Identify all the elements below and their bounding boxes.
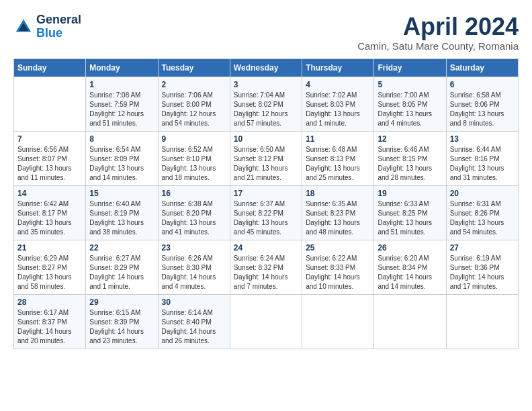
day-number: 26 — [378, 243, 442, 253]
logo-blue: Blue — [36, 27, 81, 40]
day-number: 30 — [162, 298, 226, 307]
calendar-cell: 6 Sunrise: 6:58 AMSunset: 8:06 PMDayligh… — [446, 77, 518, 131]
day-number: 3 — [234, 80, 298, 89]
day-info: Sunrise: 7:02 AMSunset: 8:03 PMDaylight:… — [306, 91, 360, 127]
day-number: 21 — [17, 243, 82, 253]
calendar-cell: 29 Sunrise: 6:15 AMSunset: 8:39 PMDaylig… — [86, 294, 158, 349]
day-number: 15 — [89, 189, 154, 198]
weekday-header-saturday: Saturday — [446, 58, 518, 77]
calendar-cell: 9 Sunrise: 6:52 AMSunset: 8:10 PMDayligh… — [158, 131, 230, 185]
weekday-header-row: SundayMondayTuesdayWednesdayThursdayFrid… — [14, 58, 519, 77]
day-info: Sunrise: 6:19 AMSunset: 8:36 PMDaylight:… — [450, 255, 504, 290]
calendar-cell: 20 Sunrise: 6:31 AMSunset: 8:26 PMDaylig… — [446, 185, 518, 240]
day-number: 2 — [162, 80, 226, 89]
day-number: 1 — [89, 80, 154, 89]
calendar-cell — [446, 294, 518, 349]
calendar-cell: 3 Sunrise: 7:04 AMSunset: 8:02 PMDayligh… — [230, 77, 302, 131]
day-info: Sunrise: 6:27 AMSunset: 8:29 PMDaylight:… — [89, 255, 144, 290]
day-number: 19 — [378, 189, 442, 198]
calendar-week-row: 14 Sunrise: 6:42 AMSunset: 8:17 PMDaylig… — [14, 185, 519, 240]
location-title: Camin, Satu Mare County, Romania — [357, 40, 519, 52]
calendar-cell: 27 Sunrise: 6:19 AMSunset: 8:36 PMDaylig… — [446, 240, 518, 294]
title-area: April 2024 Camin, Satu Mare County, Roma… — [357, 13, 519, 52]
day-info: Sunrise: 7:06 AMSunset: 8:00 PMDaylight:… — [162, 91, 216, 127]
day-number: 18 — [306, 189, 370, 198]
calendar-cell — [374, 294, 446, 349]
logo-general: General — [36, 13, 81, 27]
day-number: 10 — [234, 134, 298, 144]
calendar-cell: 30 Sunrise: 6:14 AMSunset: 8:40 PMDaylig… — [158, 294, 230, 349]
day-number: 24 — [234, 243, 298, 253]
weekday-header-tuesday: Tuesday — [158, 58, 230, 77]
calendar-cell: 7 Sunrise: 6:56 AMSunset: 8:07 PMDayligh… — [14, 131, 86, 185]
calendar-cell: 2 Sunrise: 7:06 AMSunset: 8:00 PMDayligh… — [158, 77, 230, 131]
calendar-cell: 11 Sunrise: 6:48 AMSunset: 8:13 PMDaylig… — [302, 131, 374, 185]
month-title: April 2024 — [357, 13, 519, 40]
day-info: Sunrise: 7:00 AMSunset: 8:05 PMDaylight:… — [378, 91, 432, 127]
calendar-cell: 10 Sunrise: 6:50 AMSunset: 8:12 PMDaylig… — [230, 131, 302, 185]
day-info: Sunrise: 6:14 AMSunset: 8:40 PMDaylight:… — [162, 309, 216, 345]
day-info: Sunrise: 6:33 AMSunset: 8:25 PMDaylight:… — [378, 200, 432, 236]
day-info: Sunrise: 6:20 AMSunset: 8:34 PMDaylight:… — [378, 255, 432, 290]
day-info: Sunrise: 6:29 AMSunset: 8:27 PMDaylight:… — [17, 255, 72, 290]
calendar-cell: 25 Sunrise: 6:22 AMSunset: 8:33 PMDaylig… — [302, 240, 374, 294]
calendar-table: SundayMondayTuesdayWednesdayThursdayFrid… — [13, 58, 519, 349]
day-info: Sunrise: 7:08 AMSunset: 7:59 PMDaylight:… — [89, 91, 144, 127]
calendar-week-row: 7 Sunrise: 6:56 AMSunset: 8:07 PMDayligh… — [14, 131, 519, 185]
weekday-header-thursday: Thursday — [302, 58, 374, 77]
day-number: 13 — [450, 134, 515, 144]
calendar-cell: 22 Sunrise: 6:27 AMSunset: 8:29 PMDaylig… — [86, 240, 158, 294]
day-info: Sunrise: 6:58 AMSunset: 8:06 PMDaylight:… — [450, 91, 504, 127]
calendar-cell: 21 Sunrise: 6:29 AMSunset: 8:27 PMDaylig… — [14, 240, 86, 294]
calendar-cell — [302, 294, 374, 349]
day-info: Sunrise: 6:37 AMSunset: 8:22 PMDaylight:… — [234, 200, 288, 236]
day-number: 23 — [162, 243, 226, 253]
day-number: 29 — [89, 298, 154, 307]
calendar-cell: 16 Sunrise: 6:38 AMSunset: 8:20 PMDaylig… — [158, 185, 230, 240]
calendar-cell: 13 Sunrise: 6:44 AMSunset: 8:16 PMDaylig… — [446, 131, 518, 185]
day-info: Sunrise: 6:22 AMSunset: 8:33 PMDaylight:… — [306, 255, 360, 290]
calendar-cell: 28 Sunrise: 6:17 AMSunset: 8:37 PMDaylig… — [14, 294, 86, 349]
calendar-cell: 23 Sunrise: 6:26 AMSunset: 8:30 PMDaylig… — [158, 240, 230, 294]
day-number: 9 — [162, 134, 226, 144]
day-number: 14 — [17, 189, 82, 198]
day-number: 28 — [17, 298, 82, 307]
calendar-week-row: 28 Sunrise: 6:17 AMSunset: 8:37 PMDaylig… — [14, 294, 519, 349]
header: General Blue April 2024 Camin, Satu Mare… — [13, 13, 519, 52]
calendar-week-row: 21 Sunrise: 6:29 AMSunset: 8:27 PMDaylig… — [14, 240, 519, 294]
calendar-cell: 14 Sunrise: 6:42 AMSunset: 8:17 PMDaylig… — [14, 185, 86, 240]
day-info: Sunrise: 6:24 AMSunset: 8:32 PMDaylight:… — [234, 255, 288, 290]
calendar-cell: 12 Sunrise: 6:46 AMSunset: 8:15 PMDaylig… — [374, 131, 446, 185]
day-number: 7 — [17, 134, 82, 144]
weekday-header-friday: Friday — [374, 58, 446, 77]
day-info: Sunrise: 6:56 AMSunset: 8:07 PMDaylight:… — [17, 146, 72, 181]
day-number: 5 — [378, 80, 442, 89]
day-number: 6 — [450, 80, 515, 89]
day-number: 12 — [378, 134, 442, 144]
calendar-cell: 4 Sunrise: 7:02 AMSunset: 8:03 PMDayligh… — [302, 77, 374, 131]
logo-icon — [13, 17, 34, 37]
calendar-cell: 19 Sunrise: 6:33 AMSunset: 8:25 PMDaylig… — [374, 185, 446, 240]
calendar-cell: 17 Sunrise: 6:37 AMSunset: 8:22 PMDaylig… — [230, 185, 302, 240]
day-info: Sunrise: 6:17 AMSunset: 8:37 PMDaylight:… — [17, 309, 72, 345]
day-info: Sunrise: 6:38 AMSunset: 8:20 PMDaylight:… — [162, 200, 216, 236]
day-number: 16 — [162, 189, 226, 198]
logo-text: General Blue — [36, 13, 81, 40]
calendar-cell: 24 Sunrise: 6:24 AMSunset: 8:32 PMDaylig… — [230, 240, 302, 294]
day-info: Sunrise: 6:31 AMSunset: 8:26 PMDaylight:… — [450, 200, 504, 236]
day-number: 4 — [306, 80, 370, 89]
weekday-header-sunday: Sunday — [14, 58, 86, 77]
day-number: 8 — [89, 134, 154, 144]
day-info: Sunrise: 6:50 AMSunset: 8:12 PMDaylight:… — [234, 146, 288, 181]
calendar-cell: 26 Sunrise: 6:20 AMSunset: 8:34 PMDaylig… — [374, 240, 446, 294]
calendar-cell: 8 Sunrise: 6:54 AMSunset: 8:09 PMDayligh… — [86, 131, 158, 185]
day-number: 20 — [450, 189, 515, 198]
day-number: 22 — [89, 243, 154, 253]
weekday-header-monday: Monday — [86, 58, 158, 77]
day-info: Sunrise: 6:44 AMSunset: 8:16 PMDaylight:… — [450, 146, 504, 181]
calendar-cell — [14, 77, 86, 131]
day-info: Sunrise: 6:40 AMSunset: 8:19 PMDaylight:… — [89, 200, 144, 236]
day-info: Sunrise: 6:46 AMSunset: 8:15 PMDaylight:… — [378, 146, 432, 181]
day-info: Sunrise: 6:52 AMSunset: 8:10 PMDaylight:… — [162, 146, 216, 181]
calendar-cell: 15 Sunrise: 6:40 AMSunset: 8:19 PMDaylig… — [86, 185, 158, 240]
